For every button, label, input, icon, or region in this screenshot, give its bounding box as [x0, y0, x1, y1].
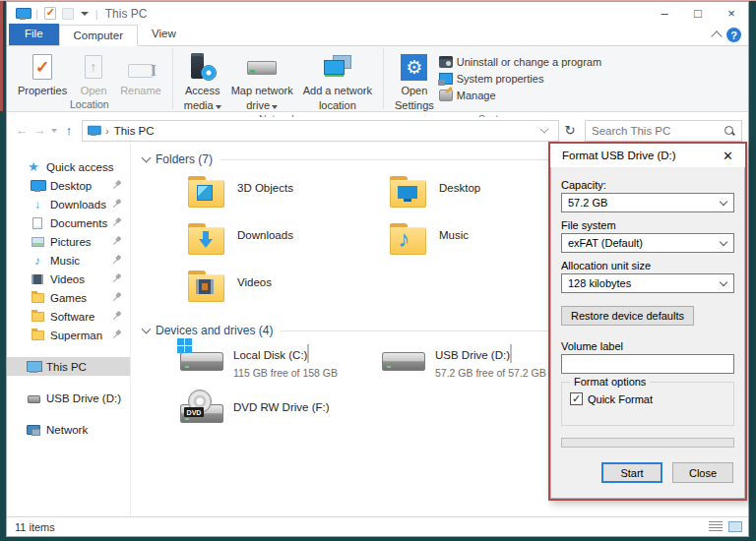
sidebar-item-downloads[interactable]: ↓ Downloads — [7, 195, 130, 213]
sidebar-item-software[interactable]: Software — [7, 307, 130, 326]
hard-drive-icon — [180, 343, 225, 377]
pin-icon — [109, 290, 125, 306]
properties-icon — [32, 54, 52, 80]
separator: | — [95, 8, 98, 20]
file-system-select[interactable]: exFAT (Default) — [561, 233, 734, 253]
folder-icon: ♪ — [390, 223, 429, 255]
annotation-red-line — [0, 0, 3, 111]
open-button[interactable]: Open — [72, 50, 115, 98]
tab-file[interactable]: File — [9, 24, 59, 45]
minimize-button[interactable]: – — [648, 2, 681, 25]
pin-icon — [109, 178, 125, 194]
dialog-titlebar[interactable]: Format USB Drive (D:) ✕ — [550, 144, 745, 167]
folder-icon — [188, 223, 227, 255]
tab-computer[interactable]: Computer — [59, 25, 139, 46]
system-properties-button[interactable]: System properties — [439, 70, 601, 87]
recent-locations-icon[interactable] — [51, 129, 57, 133]
sidebar-item-documents[interactable]: Documents — [7, 213, 130, 232]
computer-icon — [27, 361, 40, 373]
allocation-select[interactable]: 128 kilobytes — [561, 273, 734, 293]
large-icons-view-icon[interactable] — [728, 521, 742, 532]
close-button[interactable]: Close — [672, 462, 733, 483]
ribbon-tabs: File Computer View ? — [7, 25, 748, 46]
tab-view[interactable]: View — [138, 24, 190, 45]
access-media-button[interactable]: Access media — [179, 50, 226, 113]
breadcrumb[interactable]: › This PC — [100, 125, 155, 137]
dvd-label: DVD — [184, 407, 204, 417]
volume-label-input[interactable] — [561, 354, 734, 374]
format-options-group: Format options Quick Format — [561, 382, 734, 426]
quick-format-option[interactable]: Quick Format — [570, 392, 725, 405]
pin-icon — [109, 215, 125, 231]
map-network-drive-button[interactable]: Map network drive — [226, 50, 298, 113]
download-arrow-icon: ↓ — [31, 198, 44, 210]
search-icon[interactable] — [724, 125, 735, 137]
up-button[interactable]: ↑ — [60, 123, 78, 138]
add-network-location-button[interactable]: Add a network location — [298, 50, 377, 113]
folder-icon — [32, 331, 44, 340]
properties-button[interactable]: Properties — [13, 50, 72, 98]
dropdown-arrow-icon — [216, 105, 221, 109]
close-button[interactable]: × — [715, 2, 748, 25]
add-network-location-icon — [323, 53, 352, 81]
search-box[interactable] — [585, 120, 742, 142]
drive-tile-dvd-f[interactable]: DVD DVD RW Drive (F:) — [180, 395, 382, 448]
properties-quick-icon[interactable] — [44, 7, 56, 20]
this-pc-icon — [88, 126, 99, 135]
details-view-icon[interactable] — [709, 521, 723, 532]
start-button[interactable]: Start — [601, 462, 662, 483]
dialog-close-icon[interactable]: ✕ — [719, 149, 737, 163]
qat-dropdown-icon[interactable] — [81, 12, 89, 16]
folder-icon — [32, 293, 44, 303]
sidebar-item-network[interactable]: Network — [7, 420, 130, 439]
sidebar-item-games[interactable]: Games — [7, 288, 130, 307]
drive-tile-local-disk-c[interactable]: Local Disk (C:) 115 GB free of 158 GB — [180, 343, 382, 395]
help-icon[interactable]: ? — [726, 28, 741, 42]
sidebar-item-this-pc[interactable]: This PC — [7, 357, 130, 376]
capacity-label: Capacity: — [561, 179, 734, 191]
address-input[interactable]: › This PC — [82, 120, 559, 142]
usb-drive-icon — [28, 395, 40, 403]
chevron-down-icon — [720, 278, 727, 286]
restore-defaults-button[interactable]: Restore device defaults — [561, 306, 694, 326]
new-folder-quick-icon[interactable] — [62, 8, 74, 20]
ribbon-group-location: Properties Open Rename Location — [7, 46, 172, 111]
checkbox-checked-icon[interactable] — [570, 392, 583, 405]
folder-tile-videos[interactable]: Videos — [188, 269, 390, 316]
sidebar-item-music[interactable]: ♪ Music — [7, 251, 130, 270]
sidebar-item-pictures[interactable]: Pictures — [7, 232, 130, 251]
maximize-button[interactable]: □ — [681, 2, 715, 25]
download-arrow-icon — [199, 231, 213, 249]
search-input[interactable] — [592, 125, 724, 137]
refresh-icon[interactable]: ↻ — [559, 123, 581, 138]
access-media-icon — [189, 53, 217, 81]
network-icon — [27, 424, 40, 436]
star-icon: ★ — [27, 160, 40, 173]
folder-icon — [188, 176, 227, 208]
sidebar-item-superman[interactable]: Superman — [7, 326, 130, 344]
address-dropdown-icon[interactable] — [539, 124, 548, 133]
annotation-red-line — [0, 0, 756, 1]
sidebar-item-quick-access[interactable]: ★ Quick access — [7, 157, 130, 176]
sidebar-item-videos[interactable]: Videos — [7, 270, 130, 288]
collapse-ribbon-icon[interactable] — [711, 30, 722, 41]
open-settings-button[interactable]: ⚙ Open Settings — [390, 50, 439, 113]
folder-tile-3d-objects[interactable]: 3D Objects — [188, 174, 390, 221]
forward-button[interactable]: → — [31, 123, 48, 138]
system-properties-icon — [439, 73, 453, 85]
dropdown-arrow-icon — [272, 105, 278, 109]
ribbon-group-system: ⚙ Open Settings Uninstall or change a pr… — [384, 46, 607, 111]
back-button[interactable]: ← — [13, 123, 31, 138]
pin-icon — [109, 328, 125, 343]
sidebar-item-desktop[interactable]: Desktop — [7, 176, 130, 195]
picture-icon — [32, 237, 44, 247]
window-controls: – □ × — [648, 2, 748, 25]
sidebar-item-usb-drive[interactable]: USB Drive (D:) — [7, 389, 130, 407]
rename-button[interactable]: Rename — [115, 50, 166, 98]
manage-button[interactable]: Manage — [439, 87, 601, 103]
uninstall-program-button[interactable]: Uninstall or change a program — [439, 53, 601, 70]
windows-logo-icon — [177, 338, 193, 354]
folder-tile-downloads[interactable]: Downloads — [188, 221, 390, 269]
titlebar[interactable]: | | This PC – □ × — [7, 2, 748, 25]
capacity-select[interactable]: 57.2 GB — [561, 193, 734, 212]
